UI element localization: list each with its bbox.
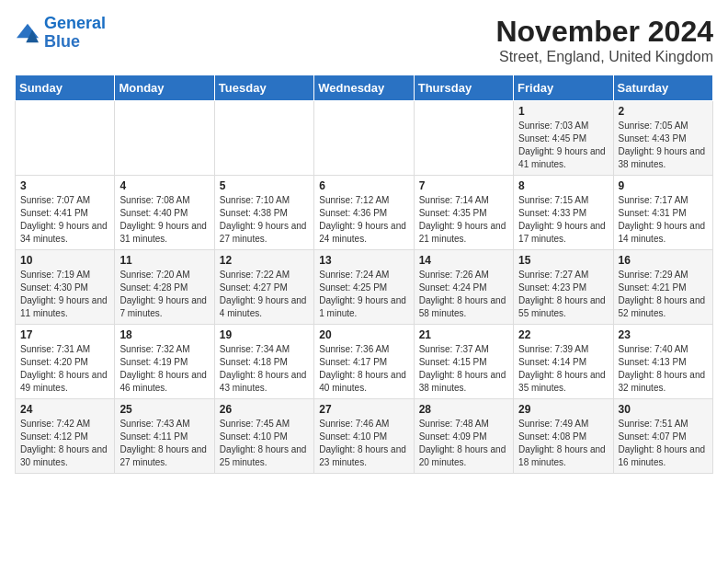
- calendar-cell: 3Sunrise: 7:07 AM Sunset: 4:41 PM Daylig…: [16, 176, 115, 250]
- day-info: Sunrise: 7:17 AM Sunset: 4:31 PM Dayligh…: [619, 194, 708, 246]
- day-number: 1: [518, 105, 608, 118]
- calendar-cell: 14Sunrise: 7:26 AM Sunset: 4:24 PM Dayli…: [414, 250, 513, 325]
- calendar-cell: 16Sunrise: 7:29 AM Sunset: 4:21 PM Dayli…: [613, 250, 712, 325]
- calendar-week-row: 24Sunrise: 7:42 AM Sunset: 4:12 PM Dayli…: [16, 399, 713, 474]
- day-info: Sunrise: 7:14 AM Sunset: 4:35 PM Dayligh…: [419, 194, 508, 246]
- page-header: General Blue November 2024 Street, Engla…: [15, 15, 713, 65]
- calendar-cell: 4Sunrise: 7:08 AM Sunset: 4:40 PM Daylig…: [115, 176, 214, 250]
- day-info: Sunrise: 7:32 AM Sunset: 4:19 PM Dayligh…: [119, 343, 209, 395]
- calendar-cell: 15Sunrise: 7:27 AM Sunset: 4:23 PM Dayli…: [514, 250, 613, 325]
- header-tuesday: Tuesday: [214, 75, 313, 101]
- day-number: 25: [119, 403, 209, 416]
- day-info: Sunrise: 7:40 AM Sunset: 4:13 PM Dayligh…: [619, 343, 708, 395]
- day-number: 24: [20, 403, 109, 416]
- day-info: Sunrise: 7:27 AM Sunset: 4:23 PM Dayligh…: [518, 269, 608, 320]
- day-number: 15: [518, 254, 608, 267]
- calendar-table: SundayMondayTuesdayWednesdayThursdayFrid…: [15, 75, 713, 474]
- day-number: 20: [319, 328, 408, 341]
- day-info: Sunrise: 7:45 AM Sunset: 4:10 PM Dayligh…: [220, 418, 309, 469]
- day-info: Sunrise: 7:12 AM Sunset: 4:36 PM Dayligh…: [319, 194, 408, 246]
- day-info: Sunrise: 7:39 AM Sunset: 4:14 PM Dayligh…: [518, 343, 608, 395]
- day-number: 27: [319, 403, 408, 416]
- calendar-cell: 7Sunrise: 7:14 AM Sunset: 4:35 PM Daylig…: [414, 176, 513, 250]
- header-wednesday: Wednesday: [314, 75, 414, 101]
- calendar-cell: 28Sunrise: 7:48 AM Sunset: 4:09 PM Dayli…: [414, 399, 513, 474]
- calendar-cell: 1Sunrise: 7:03 AM Sunset: 4:45 PM Daylig…: [514, 101, 613, 176]
- calendar-cell: [214, 101, 313, 176]
- calendar-cell: 5Sunrise: 7:10 AM Sunset: 4:38 PM Daylig…: [214, 176, 313, 250]
- calendar-cell: 19Sunrise: 7:34 AM Sunset: 4:18 PM Dayli…: [214, 325, 313, 399]
- day-info: Sunrise: 7:20 AM Sunset: 4:28 PM Dayligh…: [119, 269, 209, 320]
- day-info: Sunrise: 7:51 AM Sunset: 4:07 PM Dayligh…: [619, 418, 708, 469]
- day-info: Sunrise: 7:48 AM Sunset: 4:09 PM Dayligh…: [419, 418, 508, 469]
- calendar-cell: 29Sunrise: 7:49 AM Sunset: 4:08 PM Dayli…: [514, 399, 613, 474]
- day-number: 19: [220, 328, 309, 341]
- header-friday: Friday: [514, 75, 613, 101]
- day-number: 14: [419, 254, 508, 267]
- calendar-cell: 13Sunrise: 7:24 AM Sunset: 4:25 PM Dayli…: [314, 250, 414, 325]
- day-info: Sunrise: 7:46 AM Sunset: 4:10 PM Dayligh…: [319, 418, 408, 469]
- calendar-week-row: 1Sunrise: 7:03 AM Sunset: 4:45 PM Daylig…: [16, 101, 713, 176]
- calendar-cell: 30Sunrise: 7:51 AM Sunset: 4:07 PM Dayli…: [613, 399, 712, 474]
- day-number: 7: [419, 179, 508, 192]
- calendar-cell: 24Sunrise: 7:42 AM Sunset: 4:12 PM Dayli…: [16, 399, 115, 474]
- day-number: 26: [220, 403, 309, 416]
- day-number: 3: [20, 179, 109, 192]
- day-info: Sunrise: 7:10 AM Sunset: 4:38 PM Dayligh…: [220, 194, 309, 246]
- header-monday: Monday: [115, 75, 214, 101]
- day-number: 12: [220, 254, 309, 267]
- calendar-cell: [16, 101, 115, 176]
- calendar-cell: [314, 101, 414, 176]
- logo-line2: Blue: [44, 32, 80, 51]
- day-number: 6: [319, 179, 408, 192]
- logo-text: General Blue: [44, 15, 106, 52]
- day-info: Sunrise: 7:07 AM Sunset: 4:41 PM Dayligh…: [20, 194, 109, 246]
- day-number: 29: [518, 403, 608, 416]
- svg-marker-0: [17, 24, 39, 38]
- logo: General Blue: [15, 15, 106, 52]
- day-number: 9: [619, 179, 708, 192]
- header-thursday: Thursday: [414, 75, 513, 101]
- day-info: Sunrise: 7:03 AM Sunset: 4:45 PM Dayligh…: [518, 120, 608, 171]
- logo-icon: [15, 22, 40, 44]
- day-info: Sunrise: 7:43 AM Sunset: 4:11 PM Dayligh…: [119, 418, 209, 469]
- day-number: 4: [119, 179, 209, 192]
- day-number: 18: [119, 328, 209, 341]
- day-number: 2: [619, 105, 708, 118]
- calendar-cell: 17Sunrise: 7:31 AM Sunset: 4:20 PM Dayli…: [16, 325, 115, 399]
- day-number: 8: [518, 179, 608, 192]
- calendar-cell: 26Sunrise: 7:45 AM Sunset: 4:10 PM Dayli…: [214, 399, 313, 474]
- calendar-cell: 10Sunrise: 7:19 AM Sunset: 4:30 PM Dayli…: [16, 250, 115, 325]
- day-info: Sunrise: 7:08 AM Sunset: 4:40 PM Dayligh…: [119, 194, 209, 246]
- calendar-week-row: 10Sunrise: 7:19 AM Sunset: 4:30 PM Dayli…: [16, 250, 713, 325]
- day-info: Sunrise: 7:36 AM Sunset: 4:17 PM Dayligh…: [319, 343, 408, 395]
- day-number: 11: [119, 254, 209, 267]
- subtitle: Street, England, United Kingdom: [495, 49, 713, 65]
- day-number: 16: [619, 254, 708, 267]
- calendar-cell: 8Sunrise: 7:15 AM Sunset: 4:33 PM Daylig…: [514, 176, 613, 250]
- title-block: November 2024 Street, England, United Ki…: [495, 15, 713, 65]
- day-info: Sunrise: 7:37 AM Sunset: 4:15 PM Dayligh…: [419, 343, 508, 395]
- day-number: 5: [220, 179, 309, 192]
- day-info: Sunrise: 7:22 AM Sunset: 4:27 PM Dayligh…: [220, 269, 309, 320]
- calendar-cell: [414, 101, 513, 176]
- day-number: 21: [419, 328, 508, 341]
- calendar-cell: 23Sunrise: 7:40 AM Sunset: 4:13 PM Dayli…: [613, 325, 712, 399]
- calendar-cell: 27Sunrise: 7:46 AM Sunset: 4:10 PM Dayli…: [314, 399, 414, 474]
- calendar-week-row: 3Sunrise: 7:07 AM Sunset: 4:41 PM Daylig…: [16, 176, 713, 250]
- day-number: 28: [419, 403, 508, 416]
- day-info: Sunrise: 7:05 AM Sunset: 4:43 PM Dayligh…: [619, 120, 708, 171]
- logo-line1: General: [44, 14, 106, 32]
- main-title: November 2024: [495, 15, 713, 49]
- day-info: Sunrise: 7:26 AM Sunset: 4:24 PM Dayligh…: [419, 269, 508, 320]
- calendar-cell: 21Sunrise: 7:37 AM Sunset: 4:15 PM Dayli…: [414, 325, 513, 399]
- day-number: 17: [20, 328, 109, 341]
- day-info: Sunrise: 7:34 AM Sunset: 4:18 PM Dayligh…: [220, 343, 309, 395]
- calendar-cell: 25Sunrise: 7:43 AM Sunset: 4:11 PM Dayli…: [115, 399, 214, 474]
- day-info: Sunrise: 7:49 AM Sunset: 4:08 PM Dayligh…: [518, 418, 608, 469]
- calendar-week-row: 17Sunrise: 7:31 AM Sunset: 4:20 PM Dayli…: [16, 325, 713, 399]
- day-info: Sunrise: 7:42 AM Sunset: 4:12 PM Dayligh…: [20, 418, 109, 469]
- calendar-header-row: SundayMondayTuesdayWednesdayThursdayFrid…: [16, 75, 713, 101]
- calendar-cell: 2Sunrise: 7:05 AM Sunset: 4:43 PM Daylig…: [613, 101, 712, 176]
- header-saturday: Saturday: [613, 75, 712, 101]
